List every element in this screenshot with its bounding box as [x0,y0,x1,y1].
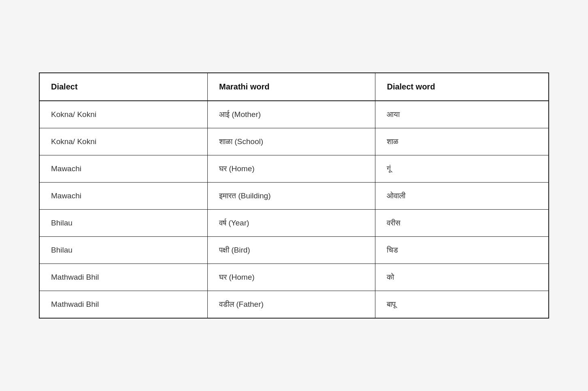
cell-dialect-word: वरीस [375,210,548,237]
cell-marathi-word: घर (Home) [207,155,375,183]
table-row: Kokna/ Kokniशाळा (School)शाळ [40,128,548,155]
table-header-row: Dialect Marathi word Dialect word [40,73,548,101]
header-dialect: Dialect [40,73,207,101]
cell-dialect-word: आया [375,101,548,128]
main-table-container: Dialect Marathi word Dialect word Kokna/… [39,72,549,319]
table-row: Kokna/ Kokniआई (Mother)आया [40,101,548,128]
table-row: Mawachiइमारत (Building)ओवाली [40,183,548,210]
cell-dialect: Mawachi [40,155,207,183]
cell-dialect: Mawachi [40,183,207,210]
cell-dialect-word: चिड [375,237,548,264]
cell-dialect-word: को [375,264,548,291]
cell-dialect-word: ओवाली [375,183,548,210]
table-row: Mawachiघर (Home)गूं [40,155,548,183]
cell-dialect: Bhilau [40,210,207,237]
cell-marathi-word: शाळा (School) [207,128,375,155]
cell-marathi-word: घर (Home) [207,264,375,291]
table-row: Mathwadi Bhilवडील (Father)बापू [40,291,548,318]
cell-dialect: Mathwadi Bhil [40,291,207,318]
cell-dialect: Bhilau [40,237,207,264]
cell-dialect: Kokna/ Kokni [40,128,207,155]
table-row: Mathwadi Bhilघर (Home)को [40,264,548,291]
dialect-table: Dialect Marathi word Dialect word Kokna/… [40,73,548,318]
table-row: Bhilauपक्षी (Bird)चिड [40,237,548,264]
header-marathi-word: Marathi word [207,73,375,101]
cell-marathi-word: वर्ष (Year) [207,210,375,237]
cell-dialect-word: शाळ [375,128,548,155]
cell-marathi-word: वडील (Father) [207,291,375,318]
cell-dialect-word: गूं [375,155,548,183]
cell-marathi-word: इमारत (Building) [207,183,375,210]
cell-marathi-word: पक्षी (Bird) [207,237,375,264]
table-row: Bhilauवर्ष (Year)वरीस [40,210,548,237]
header-dialect-word: Dialect word [375,73,548,101]
cell-dialect: Kokna/ Kokni [40,101,207,128]
cell-marathi-word: आई (Mother) [207,101,375,128]
cell-dialect-word: बापू [375,291,548,318]
cell-dialect: Mathwadi Bhil [40,264,207,291]
